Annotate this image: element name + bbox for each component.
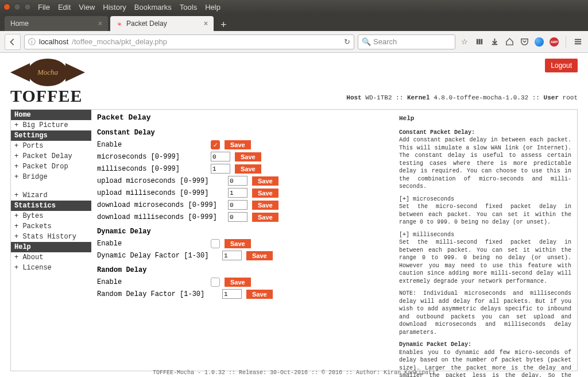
- input-dynamic-factor[interactable]: [222, 251, 242, 260]
- save-button[interactable]: Save: [225, 239, 251, 248]
- sidebar-head-statistics[interactable]: Statistics: [11, 201, 91, 211]
- sidebar-item-bridge[interactable]: + Bridge: [11, 172, 91, 182]
- input-up-microseconds[interactable]: [228, 176, 247, 186]
- label-dynamic-factor: Dynamic Delay Factor [1-30]: [97, 252, 218, 260]
- label-up-microseconds: upload microseconds [0-999]: [97, 177, 223, 185]
- globe-icon[interactable]: [533, 36, 545, 48]
- label-enable-dynamic: Enable: [97, 240, 206, 248]
- separator: [566, 36, 566, 48]
- bookmark-star-icon[interactable]: ☆: [459, 36, 470, 48]
- browser-tabbar: Home × 🍬 Packet Delay × +: [0, 14, 588, 31]
- window-titlebar: File Edit View History Bookmarks Tools H…: [0, 0, 588, 14]
- save-button[interactable]: Save: [246, 251, 273, 260]
- label-up-milliseconds: upload milliseconds [0-999]: [97, 189, 223, 197]
- search-icon: 🔍: [362, 37, 371, 46]
- sidebar-item-about[interactable]: + About: [11, 252, 91, 263]
- checkbox-enable-random[interactable]: [211, 278, 220, 287]
- label-random-factor: Random Delay Factor [1-30]: [97, 290, 218, 298]
- save-button[interactable]: Save: [252, 213, 278, 222]
- sidebar-head-settings[interactable]: Settings: [11, 130, 91, 141]
- sidebar-head-home[interactable]: Home: [11, 110, 91, 120]
- sidebar-head-help[interactable]: Help: [11, 242, 91, 252]
- back-button[interactable]: [5, 34, 21, 50]
- checkbox-enable-dynamic[interactable]: [211, 239, 220, 248]
- logout-button[interactable]: Logout: [545, 59, 578, 72]
- sidebar-item-packet-delay[interactable]: + Packet Delay: [11, 151, 91, 161]
- window-minimize-button[interactable]: [14, 3, 21, 10]
- help-constant-body: Add constant packet delay in between eac…: [399, 137, 571, 190]
- save-button[interactable]: Save: [246, 290, 273, 299]
- help-milli-title: [+] milliseconds: [399, 232, 454, 238]
- label-down-milliseconds: download milliseconds [0-999]: [97, 213, 223, 221]
- abp-icon[interactable]: ABP: [548, 36, 560, 48]
- url-host: localhost: [39, 37, 68, 46]
- hamburger-menu-icon[interactable]: [572, 36, 583, 48]
- svg-rect-1: [478, 39, 480, 44]
- window-close-button[interactable]: [3, 3, 10, 10]
- input-down-microseconds[interactable]: [228, 200, 247, 210]
- refresh-icon[interactable]: ↻: [344, 37, 350, 46]
- help-dynamic-title: Dynamic Packet Delay:: [399, 341, 471, 348]
- sidebar-item-ports[interactable]: + Ports: [11, 141, 91, 151]
- new-tab-button[interactable]: +: [216, 19, 231, 31]
- section-title-dynamic: Dynamic Delay: [97, 228, 388, 236]
- section-title-constant: Constant Delay: [97, 129, 388, 137]
- sidebar-item-license[interactable]: + License: [11, 263, 91, 273]
- close-icon[interactable]: ×: [98, 20, 102, 28]
- input-microseconds[interactable]: [211, 152, 230, 161]
- menu-history[interactable]: History: [103, 3, 126, 11]
- menubar: File Edit View History Bookmarks Tools H…: [38, 3, 220, 11]
- window-maximize-button[interactable]: [24, 3, 31, 10]
- download-icon[interactable]: [489, 36, 500, 48]
- save-button[interactable]: Save: [225, 140, 251, 149]
- sidebar-item-packet-drop[interactable]: + Packet Drop: [11, 161, 91, 172]
- close-icon[interactable]: ×: [204, 20, 208, 28]
- input-milliseconds[interactable]: [211, 164, 230, 174]
- content-area: Packet Delay Constant Delay Enable ✓ Sav…: [91, 110, 393, 371]
- checkbox-enable-constant[interactable]: ✓: [211, 140, 220, 149]
- menu-view[interactable]: View: [79, 3, 95, 11]
- menu-edit[interactable]: Edit: [58, 3, 71, 11]
- logo-title: TOFFEE: [10, 87, 82, 105]
- candy-icon: 🍬: [116, 21, 123, 27]
- menu-help[interactable]: Help: [205, 3, 220, 11]
- browser-tab-packet-delay[interactable]: 🍬 Packet Delay ×: [110, 16, 214, 31]
- help-title: Help: [399, 114, 571, 123]
- sidebar-item-big-picture[interactable]: + Big Picture: [11, 120, 91, 130]
- page-title: Packet Delay: [97, 113, 388, 122]
- input-up-milliseconds[interactable]: [228, 188, 247, 198]
- url-bar[interactable]: ⓘ localhost/toffee_mocha/pkt_delay.php ↻: [24, 34, 354, 49]
- save-button[interactable]: Save: [235, 152, 261, 161]
- save-button[interactable]: Save: [252, 201, 278, 210]
- library-icon[interactable]: [474, 36, 485, 48]
- input-random-factor[interactable]: [222, 289, 242, 299]
- svg-rect-2: [481, 39, 482, 44]
- menu-bookmarks[interactable]: Bookmarks: [134, 3, 172, 11]
- browser-toolbar: ⓘ localhost/toffee_mocha/pkt_delay.php ↻…: [0, 31, 588, 53]
- sidebar-item-bytes[interactable]: + Bytes: [11, 211, 91, 221]
- browser-tab-home[interactable]: Home ×: [5, 16, 108, 31]
- save-button[interactable]: Save: [225, 278, 251, 287]
- menu-tools[interactable]: Tools: [180, 3, 197, 11]
- save-button[interactable]: Save: [252, 176, 278, 186]
- help-constant-title: Constant Packet Delay:: [399, 129, 475, 136]
- menu-file[interactable]: File: [38, 3, 50, 11]
- home-icon[interactable]: [504, 36, 515, 48]
- info-icon[interactable]: ⓘ: [28, 37, 36, 47]
- help-milli-body: Set the milli-second fixed packet delay …: [399, 239, 571, 284]
- save-button[interactable]: Save: [235, 164, 261, 174]
- logo-subtitle: Mocha: [37, 68, 58, 77]
- label-milliseconds: milliseconds [0-999]: [97, 165, 206, 173]
- tab-label: Home: [10, 20, 29, 28]
- page-content: Mocha TOFFEE Logout Host WD-1TB2 :: Kern…: [0, 53, 588, 377]
- sidebar-item-packets[interactable]: + Packets: [11, 221, 91, 232]
- sidebar-item-stats-history[interactable]: + Stats History: [11, 232, 91, 242]
- url-path: /toffee_mocha/pkt_delay.php: [72, 37, 167, 46]
- host-info-line: Host WD-1TB2 :: Kernel 4.8.0-toffee-moch…: [346, 94, 578, 101]
- search-bar[interactable]: 🔍 Search: [358, 34, 455, 49]
- pocket-icon[interactable]: [519, 36, 530, 48]
- save-button[interactable]: Save: [252, 188, 278, 198]
- input-down-milliseconds[interactable]: [228, 212, 247, 222]
- search-placeholder: Search: [373, 37, 397, 46]
- sidebar-item-wizard[interactable]: + Wizard: [11, 190, 91, 201]
